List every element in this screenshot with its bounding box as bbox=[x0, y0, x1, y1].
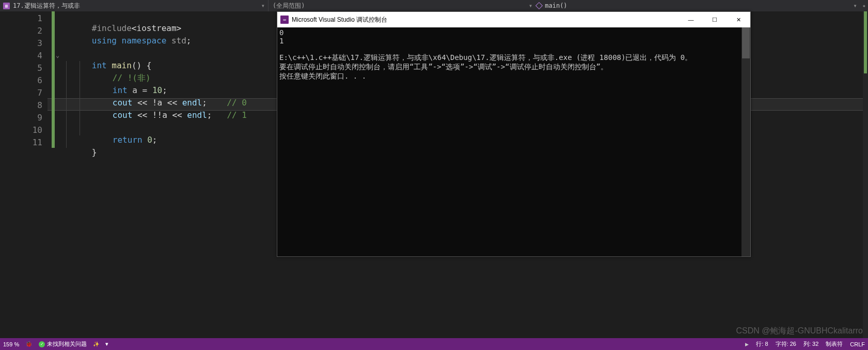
console-titlebar[interactable]: ∞ Microsoft Visual Studio 调试控制台 ― ☐ ✕ bbox=[277, 12, 750, 27]
issues-status[interactable]: ✓ 未找到相关问题 bbox=[39, 340, 87, 348]
cursor-line[interactable]: 行: 8 bbox=[756, 340, 768, 348]
quick-actions-icon[interactable] bbox=[93, 341, 99, 347]
console-scrollbar[interactable] bbox=[741, 27, 750, 256]
context-bar: (全局范围) ▾ main() ▾ ✦ bbox=[269, 0, 868, 11]
line-number: 3 bbox=[37, 38, 42, 48]
cpp-file-icon: ▧ bbox=[3, 3, 10, 9]
function-dropdown[interactable]: main() bbox=[532, 2, 571, 9]
maximize-button[interactable]: ☐ bbox=[703, 12, 727, 27]
file-tab-label: 17.逻辑运算符，与或非 bbox=[13, 2, 80, 10]
minimize-button[interactable]: ― bbox=[679, 12, 703, 27]
line-number: 5 bbox=[37, 63, 42, 73]
close-button[interactable]: ✕ bbox=[727, 12, 750, 27]
overview-change-marker bbox=[864, 11, 867, 73]
tab-dropdown-arrow[interactable]: ▾ bbox=[261, 2, 265, 9]
file-tab[interactable]: ▧ 17.逻辑运算符，与或非 ▾ bbox=[0, 0, 269, 11]
split-editor-icon[interactable]: ✦ bbox=[862, 2, 866, 9]
editor-overview-ruler[interactable] bbox=[863, 11, 868, 338]
code-line-11[interactable]: } bbox=[62, 138, 97, 167]
fold-collapse-icon[interactable]: ⌄ bbox=[56, 52, 59, 59]
run-indicator-icon[interactable] bbox=[745, 342, 749, 347]
console-output[interactable]: 0 1 E:\c++\1.c++基础\17.逻辑运算符，与或非\x64\Debu… bbox=[277, 27, 750, 256]
line-number-gutter: 1 2 3 4 5 6 7 8 9 10 11 bbox=[0, 11, 48, 338]
line-number: 1 bbox=[37, 13, 42, 23]
indent-mode[interactable]: 制表符 bbox=[826, 340, 843, 348]
zoom-level[interactable]: 159 % bbox=[3, 341, 19, 347]
change-indicator-bar bbox=[52, 11, 55, 148]
dropdown-arrow-icon[interactable]: ▾ bbox=[105, 341, 108, 347]
tab-right-controls: ▾ ✦ bbox=[851, 2, 868, 9]
line-number: 6 bbox=[37, 75, 42, 85]
console-scroll-thumb[interactable] bbox=[742, 27, 750, 58]
scope-dropdown-arrow[interactable]: ▾ bbox=[529, 2, 532, 9]
function-cube-icon bbox=[535, 2, 543, 9]
line-number: 11 bbox=[33, 138, 42, 147]
scope-label: (全局范围) bbox=[273, 2, 305, 9]
line-number: 7 bbox=[37, 88, 42, 98]
status-bar: 159 % 🐞 ✓ 未找到相关问题 ▾ 行: 8 字符: 26 列: 32 制表… bbox=[0, 338, 868, 350]
cursor-char[interactable]: 字符: 26 bbox=[776, 340, 796, 348]
window-control-buttons: ― ☐ ✕ bbox=[679, 12, 750, 27]
console-title: Microsoft Visual Studio 调试控制台 bbox=[292, 16, 679, 24]
line-number: 10 bbox=[33, 125, 42, 135]
top-tab-bar: ▧ 17.逻辑运算符，与或非 ▾ (全局范围) ▾ main() ▾ ✦ bbox=[0, 0, 868, 11]
scope-dropdown[interactable]: (全局范围) bbox=[269, 2, 527, 10]
cursor-col[interactable]: 列: 32 bbox=[803, 340, 818, 348]
line-number: 4 bbox=[37, 51, 42, 60]
function-dropdown-arrow[interactable]: ▾ bbox=[854, 2, 857, 9]
eol-mode[interactable]: CRLF bbox=[850, 341, 865, 347]
function-label: main() bbox=[545, 2, 567, 9]
line-number: 9 bbox=[37, 113, 42, 123]
line-number: 2 bbox=[37, 26, 42, 36]
line-number: 8 bbox=[37, 100, 42, 110]
feedback-icon[interactable]: 🐞 bbox=[25, 341, 33, 347]
debug-console-window[interactable]: ∞ Microsoft Visual Studio 调试控制台 ― ☐ ✕ 0 … bbox=[277, 11, 751, 257]
vs-console-icon: ∞ bbox=[280, 16, 289, 24]
check-icon: ✓ bbox=[39, 341, 45, 347]
